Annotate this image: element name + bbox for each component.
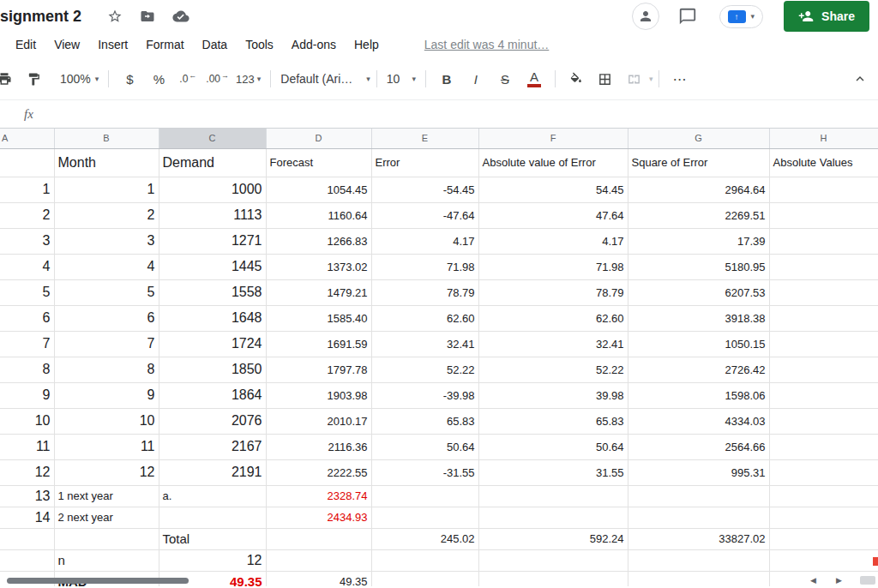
cell[interactable] [769,459,878,485]
print-icon[interactable] [0,68,15,90]
cell[interactable]: 1797.78 [266,357,371,382]
cell[interactable] [266,549,371,571]
cell[interactable]: 1000 [159,177,266,202]
cell[interactable]: Error [371,148,478,177]
move-folder-icon[interactable] [140,9,155,24]
cell[interactable]: 4 [0,254,54,279]
cell[interactable]: 2222.55 [266,459,371,485]
cell[interactable]: 1160.64 [266,202,371,228]
cell[interactable]: 2167 [159,434,266,459]
cell[interactable]: 1850 [159,357,266,382]
cell[interactable] [628,485,769,507]
cloud-saved-icon[interactable] [172,9,189,23]
strikethrough-button[interactable]: S [494,68,516,90]
cell[interactable]: 1598.06 [628,382,769,408]
cell[interactable]: 62.60 [478,305,628,331]
cell[interactable] [54,528,159,549]
cell[interactable] [371,485,478,507]
paint-format-icon[interactable] [22,68,45,90]
cell[interactable]: 1 [0,177,54,202]
cell[interactable]: 39.98 [478,382,628,408]
cell[interactable] [769,357,878,382]
cell[interactable]: 2076 [159,408,266,434]
increase-decimal-button[interactable]: .00 → [206,68,229,90]
cell[interactable]: 2964.64 [628,177,769,202]
borders-icon[interactable] [594,68,616,90]
cell[interactable] [266,528,371,549]
menu-add-ons[interactable]: Add-ons [292,38,336,51]
column-header-G[interactable]: G [628,129,769,148]
column-header-D[interactable]: D [266,129,371,148]
cell[interactable] [769,485,878,507]
cell[interactable]: 3 [0,228,54,254]
italic-button[interactable]: I [465,68,487,90]
cell[interactable] [769,279,878,305]
menu-view[interactable]: View [54,38,80,51]
cell[interactable] [0,528,54,549]
present-button[interactable]: ↑ ▾ [719,5,764,28]
column-header-C[interactable]: C [159,129,266,148]
cell[interactable] [769,177,878,202]
cell[interactable]: 2 [0,202,54,228]
cell[interactable] [371,507,478,528]
decrease-decimal-button[interactable]: .0 ← [177,68,199,90]
cell[interactable]: 1903.98 [266,382,371,408]
column-header-A[interactable]: A [0,129,54,148]
cell[interactable]: 1113 [159,202,266,228]
cell[interactable]: 8 [0,357,54,382]
cell[interactable]: 52.22 [371,357,478,382]
cell[interactable]: 10 [0,408,54,434]
cell[interactable]: 78.79 [371,279,478,305]
cell[interactable]: 62.60 [371,305,478,331]
column-header-H[interactable]: H [769,129,878,148]
scroll-corner[interactable] [860,576,875,585]
horizontal-scrollbar-thumb[interactable] [7,578,189,584]
column-header-E[interactable]: E [371,129,478,148]
cell[interactable]: 31.55 [478,459,628,485]
cell[interactable] [628,549,769,571]
formula-bar[interactable]: fx [0,100,878,129]
cell[interactable]: 12 [0,459,54,485]
column-header-F[interactable]: F [478,129,628,148]
cell[interactable]: 14 [0,507,54,528]
cell[interactable]: 50.64 [371,434,478,459]
format-currency-button[interactable]: $ [118,68,141,90]
cell[interactable] [371,571,478,586]
cell[interactable]: 4.17 [371,228,478,254]
cell[interactable]: 3918.38 [628,305,769,331]
cell[interactable]: 17.39 [628,228,769,254]
cell[interactable]: 995.31 [628,459,769,485]
cell[interactable]: a. [159,485,266,507]
cell[interactable]: 54.45 [478,177,628,202]
share-button[interactable]: Share [784,1,869,32]
scroll-left-icon[interactable]: ◀ [810,575,816,585]
cell[interactable]: 2434.93 [266,507,371,528]
cell[interactable]: 1479.21 [266,279,371,305]
cell[interactable]: 2269.51 [628,202,769,228]
cell[interactable]: 4.17 [478,228,628,254]
cell[interactable] [478,507,628,528]
cell[interactable]: Total [159,528,266,549]
cell[interactable] [769,202,878,228]
cell[interactable]: 2116.36 [266,434,371,459]
menu-edit[interactable]: Edit [15,38,36,51]
cell[interactable]: 11 [0,434,54,459]
cell[interactable] [769,305,878,331]
cell[interactable]: 10 [54,408,159,434]
cell[interactable]: 5 [0,279,54,305]
menu-help[interactable]: Help [354,38,379,51]
cell[interactable]: -31.55 [371,459,478,485]
fill-color-icon[interactable] [565,68,587,90]
cell[interactable] [0,549,54,571]
cell[interactable]: Demand [159,148,266,177]
cell[interactable] [159,507,266,528]
cell[interactable]: 6207.53 [628,279,769,305]
cell[interactable] [769,434,878,459]
more-formats-button[interactable]: 123 ▾ [236,68,261,90]
cell[interactable]: 32.41 [478,331,628,357]
cell[interactable]: Absolute Values [769,148,878,177]
cell[interactable]: 1054.45 [266,177,371,202]
cell[interactable]: 47.64 [478,202,628,228]
cell[interactable]: 71.98 [371,254,478,279]
cell[interactable]: 1864 [159,382,266,408]
